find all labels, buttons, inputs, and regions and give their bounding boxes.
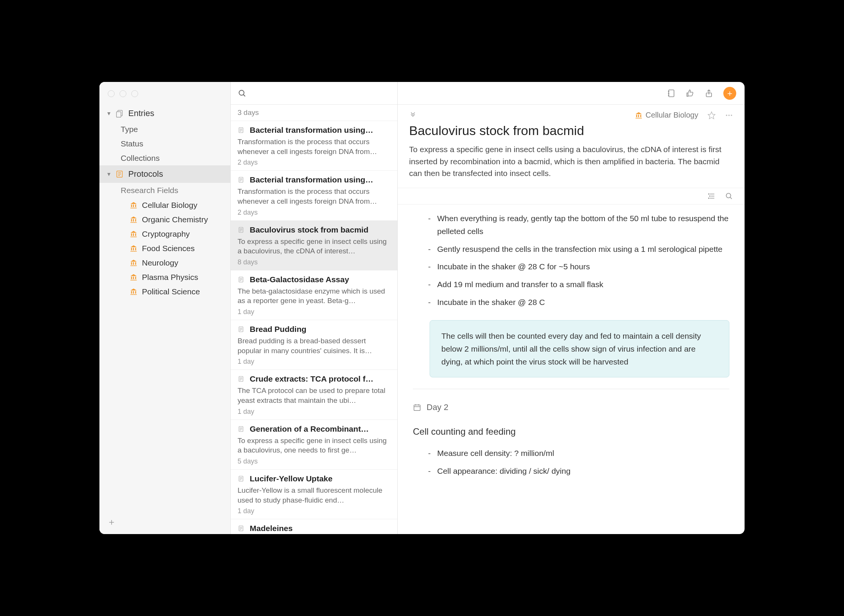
sidebar-item[interactable]: Type bbox=[99, 122, 230, 137]
document-icon bbox=[238, 475, 244, 483]
outline-icon[interactable] bbox=[707, 192, 716, 200]
research-field-label: Plasma Physics bbox=[142, 273, 198, 282]
entry-list[interactable]: Bacterial transformation using…Transform… bbox=[231, 121, 397, 534]
research-field-item[interactable]: Organic Chemistry bbox=[99, 212, 230, 227]
document-icon bbox=[238, 375, 244, 383]
entry-list-column: 3 days Bacterial transformation using…Tr… bbox=[231, 82, 398, 534]
entry-item[interactable]: MadeleinesThe Madeleine or Petite Madele… bbox=[231, 519, 397, 534]
detail-column: ＋ Cellular Biology bbox=[398, 82, 745, 534]
entry-excerpt: To express a specific gene in insect cel… bbox=[238, 436, 391, 455]
sidebar-protocols-header[interactable]: ▼ Protocols bbox=[99, 165, 230, 183]
day-header: Day 2 bbox=[413, 401, 729, 414]
research-field-item[interactable]: Cellular Biology bbox=[99, 198, 230, 212]
svg-line-7 bbox=[243, 94, 245, 96]
document-icon bbox=[238, 325, 244, 333]
category-label: Cellular Biology bbox=[646, 111, 698, 119]
minimize-window-button[interactable] bbox=[120, 90, 126, 97]
research-field-item[interactable]: Plasma Physics bbox=[99, 270, 230, 284]
document-body[interactable]: When everything is ready, gently tap the… bbox=[398, 204, 745, 534]
institution-icon bbox=[130, 245, 137, 252]
svg-point-52 bbox=[731, 115, 732, 116]
svg-marker-49 bbox=[708, 112, 715, 118]
protocol-step: Add 19 ml medium and transfer to a small… bbox=[428, 278, 729, 291]
calendar-icon bbox=[413, 403, 421, 412]
protocol-step: Incubate in the shaker @ 28 C bbox=[428, 296, 729, 309]
protocol-step: When everything is ready, gently tap the… bbox=[428, 212, 729, 238]
research-field-item[interactable]: Food Sciences bbox=[99, 241, 230, 256]
sidebar-item[interactable]: Collections bbox=[99, 151, 230, 165]
institution-icon bbox=[635, 112, 642, 119]
svg-point-57 bbox=[710, 196, 710, 196]
document-icon bbox=[238, 226, 244, 234]
entry-date: 2 days bbox=[238, 209, 391, 217]
collapse-icon[interactable] bbox=[409, 112, 417, 119]
research-field-label: Political Science bbox=[142, 287, 200, 296]
document-subtoolbar bbox=[398, 188, 745, 204]
entry-item[interactable]: Bacterial transformation using…Transform… bbox=[231, 121, 397, 171]
entry-excerpt: The TCA protocol can be used to prepare … bbox=[238, 386, 391, 405]
entry-title: Crude extracts: TCA protocol f… bbox=[250, 374, 373, 383]
day-label: Day 2 bbox=[427, 401, 448, 414]
institution-icon bbox=[130, 201, 137, 209]
add-new-button[interactable]: ＋ bbox=[723, 87, 736, 100]
callout-box: The cells will then be counted every day… bbox=[430, 320, 729, 377]
entry-item[interactable]: Bacterial transformation using…Transform… bbox=[231, 171, 397, 220]
thumbs-up-icon[interactable] bbox=[685, 89, 694, 98]
entry-item[interactable]: Beta-Galactosidase AssayThe beta-galacto… bbox=[231, 270, 397, 320]
chevron-down-icon: ▼ bbox=[106, 110, 112, 116]
entry-item[interactable]: Baculovirus stock from bacmidTo express … bbox=[231, 221, 397, 270]
search-icon[interactable] bbox=[238, 89, 247, 98]
research-field-label: Neurology bbox=[142, 258, 178, 267]
entry-item[interactable]: Bread PuddingBread pudding is a bread-ba… bbox=[231, 320, 397, 370]
research-field-label: Cryptography bbox=[142, 229, 190, 239]
document-icon bbox=[238, 126, 244, 134]
main-toolbar: ＋ bbox=[398, 82, 745, 105]
entry-item[interactable]: Lucifer-Yellow UptakeLucifer-Yellow is a… bbox=[231, 470, 397, 519]
institution-icon bbox=[130, 273, 137, 281]
entry-excerpt: The beta-galactosidase enzyme which is u… bbox=[238, 286, 391, 306]
entry-title: Baculovirus stock from bacmid bbox=[250, 225, 368, 234]
section-heading: Cell counting and feeding bbox=[413, 424, 729, 439]
notebook-icon[interactable] bbox=[666, 89, 676, 98]
document-icon bbox=[238, 275, 244, 284]
close-window-button[interactable] bbox=[108, 90, 115, 97]
entry-item[interactable]: Crude extracts: TCA protocol f…The TCA p… bbox=[231, 370, 397, 420]
research-field-item[interactable]: Neurology bbox=[99, 256, 230, 270]
document-icon bbox=[238, 176, 244, 184]
research-field-item[interactable]: Cryptography bbox=[99, 227, 230, 241]
entry-excerpt: Transformation is the process that occur… bbox=[238, 187, 391, 206]
research-field-item[interactable]: Political Science bbox=[99, 284, 230, 299]
entry-excerpt: Transformation is the process that occur… bbox=[238, 137, 391, 156]
svg-point-50 bbox=[726, 115, 727, 116]
sidebar-entries-header[interactable]: ▼ Entries bbox=[99, 105, 230, 122]
entry-date: 2 days bbox=[238, 159, 391, 167]
sidebar-entries-label: Entries bbox=[128, 108, 154, 118]
svg-rect-1 bbox=[117, 112, 121, 117]
entry-item[interactable]: Generation of a Recombinant…To express a… bbox=[231, 420, 397, 470]
entry-date: 1 day bbox=[238, 358, 391, 366]
add-button[interactable]: ＋ bbox=[107, 517, 116, 527]
entry-excerpt: Lucifer-Yellow is a small fluorescent mo… bbox=[238, 486, 391, 505]
entry-date: 1 day bbox=[238, 408, 391, 416]
zoom-window-button[interactable] bbox=[131, 90, 138, 97]
sidebar-protocols-label: Protocols bbox=[128, 169, 163, 179]
institution-icon bbox=[130, 288, 137, 295]
search-in-doc-icon[interactable] bbox=[725, 192, 733, 200]
sidebar-item[interactable]: Status bbox=[99, 137, 230, 151]
entry-date: 1 day bbox=[238, 308, 391, 316]
protocols-icon bbox=[115, 170, 124, 178]
entry-title: Generation of a Recombinant… bbox=[250, 424, 369, 434]
entry-excerpt: To express a specific gene in insect cel… bbox=[238, 237, 391, 256]
document-summary: To express a specific gene in insect cel… bbox=[409, 143, 733, 179]
institution-icon bbox=[130, 230, 137, 238]
entry-title: Madeleines bbox=[250, 524, 293, 533]
star-icon[interactable] bbox=[707, 111, 716, 119]
category-pill[interactable]: Cellular Biology bbox=[635, 111, 698, 119]
entry-title: Beta-Galactosidase Assay bbox=[250, 275, 349, 284]
share-icon[interactable] bbox=[704, 89, 713, 98]
institution-icon bbox=[130, 216, 137, 223]
svg-line-60 bbox=[730, 197, 732, 198]
more-icon[interactable] bbox=[725, 111, 733, 119]
protocol-step: Measure cell density: ? million/ml bbox=[428, 447, 729, 460]
svg-point-51 bbox=[728, 115, 730, 116]
